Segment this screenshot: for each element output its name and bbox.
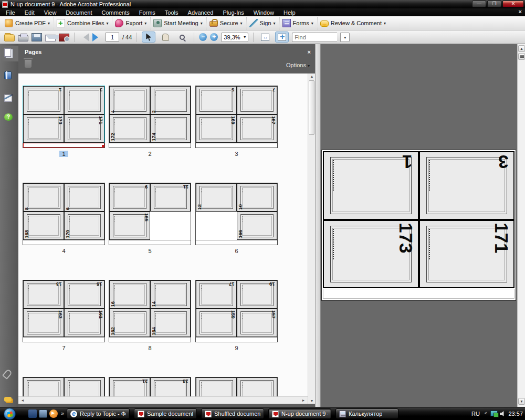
how-to-panel-icon[interactable]: ? [4, 113, 14, 123]
pages-vertical-scrollbar[interactable]: ▲ ▼ [308, 74, 315, 404]
document-close-icon[interactable]: × [519, 8, 522, 15]
scroll-left-icon[interactable]: ◄ [19, 398, 26, 402]
zoom-level-dropdown[interactable]: 39,3% ▾ [221, 33, 248, 42]
page-thumbnail-7[interactable]: 13151631617 [23, 280, 105, 342]
fit-page-button[interactable] [275, 32, 289, 43]
menu-forms[interactable]: Forms [134, 9, 160, 16]
select-tool-button[interactable] [142, 32, 155, 43]
review-comment-button[interactable]: Review & Comment▾ [317, 17, 390, 29]
page-thumbnail-5[interactable]: 9111655 [109, 183, 191, 245]
search-document-icon[interactable] [59, 34, 69, 41]
find-dropdown-caret-icon[interactable]: ▾ [340, 33, 350, 42]
quicklaunch-desktop-icon[interactable] [39, 410, 47, 418]
zoom-out-button[interactable]: − [199, 33, 207, 41]
menu-comments[interactable]: Comments [97, 9, 134, 16]
network-icon[interactable] [490, 411, 498, 416]
print-icon[interactable] [18, 35, 28, 41]
fit-width-button[interactable] [258, 32, 272, 43]
quicklaunch-overflow-icon[interactable]: » [61, 410, 64, 416]
review-comment-label: Review & Comment [331, 20, 382, 26]
menu-items: FileEditViewDocumentCommentsFormsToolsAd… [1, 9, 300, 16]
mini-page-cell: 1 [23, 86, 64, 114]
menu-advanced[interactable]: Advanced [183, 9, 218, 16]
language-indicator[interactable]: RU [471, 411, 480, 417]
page-thumbnail-3[interactable]: 571691673 [195, 86, 278, 148]
zoom-in-button[interactable]: + [210, 33, 218, 41]
taskbar-button-1[interactable]: eReply to Topic - Фо... [67, 408, 130, 419]
delete-pages-icon[interactable] [25, 60, 32, 68]
volume-icon[interactable] [500, 411, 505, 416]
email-icon[interactable] [45, 35, 56, 41]
nup-grid: 13173171 [323, 151, 514, 288]
create-pdf-button[interactable]: Create PDF▾ [2, 17, 54, 29]
previous-view-icon[interactable] [79, 33, 89, 41]
forms-button[interactable]: Forms▾ [279, 17, 317, 29]
next-view-icon[interactable] [92, 33, 102, 41]
open-icon[interactable] [4, 34, 15, 41]
scroll-right-icon[interactable]: ► [300, 398, 307, 402]
menu-view[interactable]: View [39, 9, 61, 16]
menu-edit[interactable]: Edit [20, 9, 39, 16]
signatures-panel-icon[interactable] [4, 94, 14, 104]
scroll-up-icon[interactable]: ▲ [308, 75, 316, 78]
page-thumbnail-11[interactable]: 212311 [109, 377, 191, 396]
pages-panel-close-icon[interactable]: × [308, 49, 311, 55]
page-number-input[interactable] [106, 33, 119, 41]
dropdown-caret-icon: ▾ [106, 21, 108, 26]
taskbar-button-3[interactable]: Shuffled document ... [201, 408, 264, 419]
taskbar-button-5[interactable]: Калькулятор [335, 408, 398, 419]
menu-document[interactable]: Document [61, 9, 97, 16]
quicklaunch-mail-icon[interactable] [28, 410, 37, 418]
menu-tools[interactable]: Tools [160, 9, 183, 16]
combine-files-button[interactable]: Combine Files▾ [54, 17, 112, 29]
export-button[interactable]: Export▾ [112, 17, 150, 29]
close-button[interactable]: ✕ [502, 1, 524, 7]
start-button[interactable] [4, 408, 16, 420]
tray-expand-icon[interactable]: < [485, 411, 487, 416]
zoom-marquee-button[interactable] [175, 32, 189, 43]
hand-tool-button[interactable] [159, 32, 172, 43]
save-icon[interactable] [32, 33, 42, 41]
find-input[interactable] [292, 33, 337, 42]
minimize-button[interactable]: — [472, 1, 486, 7]
pages-horizontal-scrollbar[interactable]: ◄ ► [18, 396, 308, 404]
attachments-panel-icon[interactable] [4, 370, 14, 379]
scroll-down-icon[interactable]: ▼ [308, 399, 316, 403]
taskbar-button-2[interactable]: Sample document 4... [134, 408, 197, 419]
page-thumbnail-2[interactable]: 421721742 [109, 86, 191, 148]
doc-scroll-up-icon[interactable]: ▲ [518, 45, 525, 52]
page-thumbnail-4[interactable]: 861681704 [23, 183, 105, 245]
page-thumbnail-12[interactable]: 242212 [195, 377, 278, 396]
start-meeting-button[interactable]: Start Meeting▾ [150, 17, 206, 29]
page-thumbnail-10[interactable]: 201810 [23, 377, 105, 396]
page-number-171: 171 [492, 223, 511, 253]
taskbar-button-4[interactable]: N-up document 9 - ... [268, 408, 331, 419]
scroll-options-icon[interactable] [518, 53, 525, 60]
mini-page-number: 14 [151, 301, 156, 307]
page-thumbnail-8[interactable]: 16141621648 [109, 280, 191, 342]
sign-button[interactable]: Sign▾ [246, 17, 279, 29]
secure-button[interactable]: Secure▾ [206, 17, 246, 29]
quicklaunch-media-icon[interactable] [49, 410, 58, 418]
menu-plugins[interactable]: Plug-Ins [218, 9, 248, 16]
menu-file[interactable]: File [1, 9, 20, 16]
dropdown-caret-icon: ▾ [244, 35, 246, 39]
mini-page-cell: 167 [237, 114, 278, 143]
doc-scroll-down-icon[interactable]: ▼ [518, 398, 525, 405]
menu-help[interactable]: Help [279, 9, 300, 16]
document-vertical-scrollbar[interactable]: ▲ ▼ [517, 44, 525, 407]
menu-window[interactable]: Window [249, 9, 279, 16]
pages-options-menu[interactable]: Options ▾ [286, 62, 310, 68]
page-thumbnail-6[interactable]: 12101666 [195, 183, 278, 245]
bookmarks-panel-icon[interactable] [4, 71, 14, 81]
page-thumbnail-1[interactable]: 131731711 [23, 86, 105, 148]
mini-page-cell: 12 [196, 183, 237, 212]
restore-button[interactable]: ❐ [487, 1, 501, 7]
panel-splitter[interactable] [315, 44, 321, 407]
pages-panel-icon[interactable] [4, 48, 14, 58]
page-thumbnail-9[interactable]: 17191591579 [195, 280, 278, 342]
pages-scrollbar-thumb[interactable] [309, 80, 314, 135]
comments-panel-icon[interactable] [4, 397, 14, 406]
document-page-1[interactable]: 13173171 [321, 150, 516, 301]
thumbnail-label: 1 [23, 151, 105, 157]
